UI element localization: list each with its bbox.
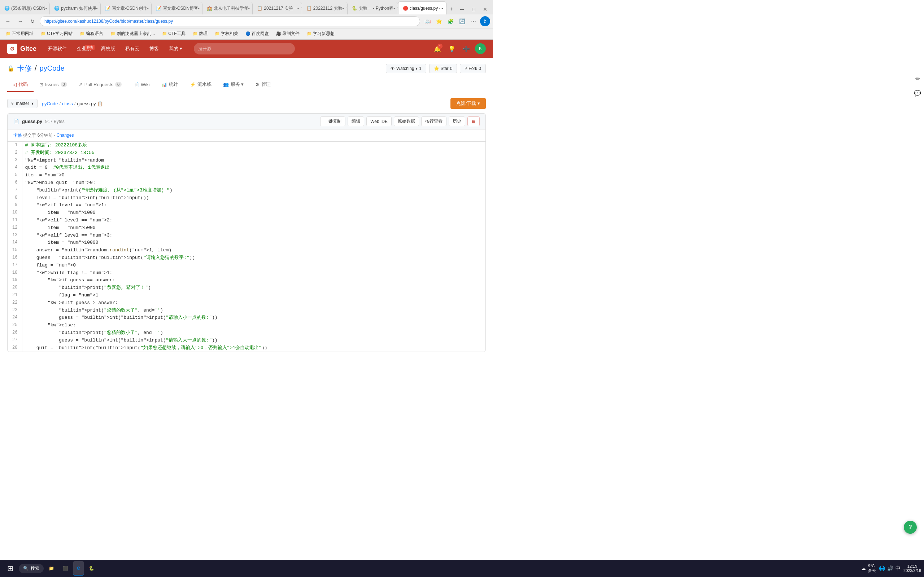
manage-tab-label: 管理 bbox=[261, 81, 271, 88]
bookmark-8[interactable]: 🔵 百度网盘 bbox=[242, 30, 272, 37]
code-tab-label: 代码 bbox=[18, 81, 28, 88]
line-code: "builtin">print("您猜的数大了", end='') bbox=[22, 307, 485, 314]
bookmark-10[interactable]: 📁 学习新思想 bbox=[304, 30, 338, 37]
tab-code[interactable]: ◁ 代码 bbox=[7, 77, 34, 92]
tab-issues[interactable]: ⊡ Issues 0 bbox=[34, 77, 73, 92]
nav-university[interactable]: 高校版 bbox=[97, 43, 120, 54]
refresh-btn2[interactable]: 🔄 bbox=[457, 16, 467, 26]
repo-title: 🔒 卡修 / pyCode bbox=[7, 63, 65, 73]
bookmark-6[interactable]: 📁 数理 bbox=[190, 30, 210, 37]
raw-button[interactable]: 原始数据 bbox=[394, 116, 419, 126]
tab-9-active[interactable]: 🔴 class/guess.py · - ✕ bbox=[398, 2, 446, 15]
refresh-button[interactable]: ↻ bbox=[27, 16, 37, 26]
bookmark-3-label: 编程语言 bbox=[86, 31, 103, 37]
tab-wiki[interactable]: 📄 Wiki bbox=[128, 77, 155, 92]
copy-all-button[interactable]: 一键复制 bbox=[320, 116, 346, 126]
file-viewer: 📄 guess.py 917 Bytes 一键复制 编辑 Web IDE 原始数… bbox=[7, 113, 486, 352]
address-bar: ← → ↻ 📖 ⭐ 🧩 🔄 ⋯ b bbox=[0, 15, 493, 29]
minimize-button[interactable]: ─ bbox=[457, 4, 467, 15]
watching-button[interactable]: 👁 Watching ▾ 1 bbox=[386, 64, 426, 73]
star-button[interactable]: ⭐ Star 0 bbox=[429, 64, 457, 73]
notification-button[interactable]: 🔔 1 bbox=[432, 43, 443, 55]
tab-prs[interactable]: ↗ Pull Requests 0 bbox=[73, 77, 128, 92]
line-number: 6 bbox=[8, 179, 22, 187]
table-row: 3"kw">import "builtin">random bbox=[8, 157, 485, 164]
line-view-button[interactable]: 按行查看 bbox=[421, 116, 446, 126]
line-code: "kw">elif level == "num">3: bbox=[22, 232, 485, 239]
extensions-button[interactable]: 🧩 bbox=[446, 16, 456, 26]
branch-selector[interactable]: ⑂ master ▾ bbox=[7, 99, 37, 108]
table-row: 14 item = "num">10000 bbox=[8, 239, 485, 247]
tab-6[interactable]: 📋 20211217 实验一- ✕ bbox=[253, 2, 302, 15]
repo-name-link[interactable]: pyCode bbox=[40, 64, 65, 73]
table-row: 7 "builtin">print("请选择难度, (从">1至">3难度增加)… bbox=[8, 187, 485, 194]
commit-author-link[interactable]: 卡修 bbox=[13, 133, 22, 138]
table-row: 25 "kw">else: bbox=[8, 322, 485, 329]
code-table: 1# 脚本编写: 20222108多乐2# 开发时间: 2023/3/2 18:… bbox=[8, 142, 485, 351]
nav-enterprise[interactable]: 企业版 特惠 bbox=[73, 43, 95, 54]
nav-private-cloud[interactable]: 私有云 bbox=[121, 43, 144, 54]
tab-services[interactable]: 👥 服务 ▾ bbox=[217, 77, 250, 92]
tab-1[interactable]: 🌐 (55条消息) CSDN- ✕ bbox=[0, 2, 50, 15]
file-type-icon: 📄 bbox=[13, 119, 19, 124]
bookmark-1[interactable]: 📁 不常用网址 bbox=[3, 30, 36, 37]
fork-button[interactable]: ⑂ Fork 0 bbox=[460, 64, 486, 73]
bookmark-3[interactable]: 📁 编程语言 bbox=[77, 30, 106, 37]
copy-path-icon[interactable]: 📋 bbox=[97, 101, 103, 106]
maximize-button[interactable]: □ bbox=[468, 4, 478, 15]
repo-owner-link[interactable]: 卡修 bbox=[17, 63, 32, 73]
bookmark-7-label: 学校相关 bbox=[221, 31, 238, 37]
favorites-button[interactable]: ⭐ bbox=[434, 16, 444, 26]
settings-button[interactable]: ⋯ bbox=[468, 16, 478, 26]
url-input[interactable] bbox=[40, 16, 420, 26]
clone-download-button[interactable]: 克隆/下载 ▾ bbox=[451, 98, 486, 109]
add-button[interactable]: ➕ bbox=[460, 43, 472, 55]
fork-icon: ⑂ bbox=[465, 66, 467, 71]
history-button[interactable]: 历史 bbox=[449, 116, 465, 126]
web-ide-button[interactable]: Web IDE bbox=[366, 116, 392, 126]
read-mode-button[interactable]: 📖 bbox=[422, 16, 432, 26]
path-pycode[interactable]: pyCode bbox=[42, 101, 58, 106]
back-button[interactable]: ← bbox=[3, 16, 13, 26]
tab-7[interactable]: 📋 20222112 实验- ✕ bbox=[302, 2, 347, 15]
repo-tabs: ◁ 代码 ⊡ Issues 0 ↗ Pull Requests 0 📄 Wiki… bbox=[7, 77, 486, 92]
table-row: 4quit = 0 #0代表不退出, 1代表退出 bbox=[8, 164, 485, 172]
line-code: quit = 0 #0代表不退出, 1代表退出 bbox=[22, 164, 485, 172]
new-tab-button[interactable]: + bbox=[446, 3, 457, 15]
bookmark-9[interactable]: 🎥 录制文件 bbox=[273, 30, 302, 37]
tab-stats[interactable]: 📊 统计 bbox=[155, 77, 184, 92]
line-number: 2 bbox=[8, 149, 22, 157]
nav-opensource[interactable]: 开源软件 bbox=[44, 43, 71, 54]
close-window-button[interactable]: ✕ bbox=[480, 4, 490, 15]
gitee-logo[interactable]: G Gitee bbox=[7, 44, 36, 54]
tab-2[interactable]: 🌐 pycharm 如何使用- ✕ bbox=[50, 2, 101, 15]
file-name: guess.py bbox=[22, 119, 42, 124]
tab-4[interactable]: 📝 写文章-CSDN博客- ✕ bbox=[152, 2, 202, 15]
tab-5[interactable]: 🏫 北京电子科技学孝- ✕ bbox=[202, 2, 253, 15]
commit-info: 卡修 提交于 6分钟前 · Changes bbox=[8, 129, 485, 142]
user-avatar[interactable]: K bbox=[475, 43, 486, 54]
line-number: 26 bbox=[8, 329, 22, 337]
commit-changes-link[interactable]: Changes bbox=[56, 133, 74, 138]
path-class[interactable]: class bbox=[62, 101, 73, 106]
tab-manage[interactable]: ⚙ 管理 bbox=[249, 77, 276, 92]
header-search-input[interactable] bbox=[194, 43, 295, 55]
bookmark-4[interactable]: 📁 别的浏览器上杂乱... bbox=[108, 30, 158, 37]
forward-button[interactable]: → bbox=[15, 16, 25, 26]
theme-button[interactable]: 💡 bbox=[446, 43, 458, 55]
tab-pipeline[interactable]: ⚡ 流水线 bbox=[184, 77, 217, 92]
edit-button[interactable]: 编辑 bbox=[347, 116, 364, 126]
tab-8[interactable]: 🐍 实验一 - Python程- ✕ bbox=[347, 2, 398, 15]
manage-tab-icon: ⚙ bbox=[255, 82, 260, 87]
delete-button[interactable]: 🗑 bbox=[467, 116, 480, 126]
nav-blog[interactable]: 博客 bbox=[145, 43, 163, 54]
edge-copilot-button[interactable]: b bbox=[480, 16, 490, 26]
bookmark-7[interactable]: 📁 学校相关 bbox=[212, 30, 241, 37]
nav-my[interactable]: 我的 ▾ bbox=[165, 43, 187, 54]
line-code: guess = "builtin">int("builtin">input("请… bbox=[22, 337, 485, 344]
tab-7-label: 20222112 实验- bbox=[313, 5, 344, 11]
bookmark-5[interactable]: 📁 CTF工具 bbox=[159, 30, 188, 37]
file-size: 917 Bytes bbox=[45, 119, 64, 124]
tab-3[interactable]: 📝 写文章-CSDN创作- ✕ bbox=[101, 2, 152, 15]
bookmark-2[interactable]: 📁 CTF学习网站 bbox=[38, 30, 76, 37]
